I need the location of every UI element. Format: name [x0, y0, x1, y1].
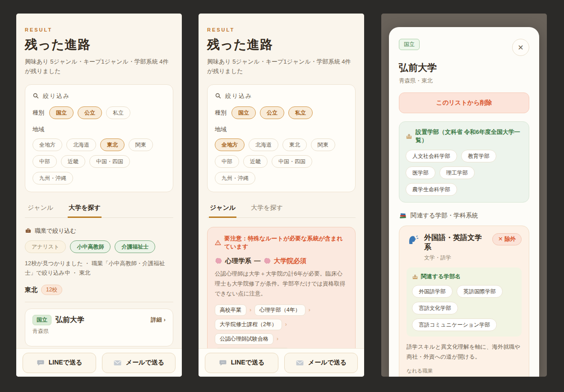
tab-bar: ジャンル 大学を探す: [207, 204, 356, 218]
university-title: 弘前大学: [399, 61, 529, 74]
related-faculty-tag: 言語コミュニケーション学部: [412, 318, 497, 331]
region-filter-label: 地域: [215, 125, 348, 134]
books-icon: [399, 212, 407, 220]
line-share-button[interactable]: LINEで送る: [23, 353, 96, 373]
warning-title: 要注意：特殊なルートが必要な系統が含まれています: [224, 235, 348, 251]
tab-search-universities[interactable]: 大学を探す: [250, 204, 284, 217]
remove-from-list-button[interactable]: このリストから削除: [399, 92, 529, 113]
jobs-label: なれる職業: [407, 368, 522, 374]
results-panel-genre: RESULT 残った進路 興味あり 5ジャンル・キープ1ジャンル・学部系統 4件…: [199, 14, 364, 377]
system-genre: 文学・語学: [424, 254, 487, 262]
region-chip[interactable]: 北海道: [66, 138, 96, 151]
tab-search-universities[interactable]: 大学を探す: [68, 204, 102, 218]
mail-share-label: メールで送る: [308, 359, 347, 367]
related-faculty-tag: 言語文化学部: [412, 302, 458, 314]
region-chip[interactable]: 中部: [32, 155, 57, 168]
region-chip[interactable]: 関東: [129, 138, 153, 151]
system-card-foreign-language: 外国語・英語文学系 文学・語学 ✕ 除外 関連する学部名 外国語学部 英語国際: [399, 226, 529, 377]
region-group-header: 東北: [25, 286, 37, 294]
region-chip[interactable]: 東北: [282, 138, 307, 151]
line-share-label: LINEで送る: [231, 359, 265, 367]
exclude-button[interactable]: ✕ 除外: [492, 233, 522, 245]
page-title: 残った進路: [207, 36, 356, 53]
university-card[interactable]: 国立 弘前大学 詳細 › 青森県: [25, 309, 173, 346]
faculty-tag: 理工学部: [439, 166, 475, 179]
panel-scroll-area[interactable]: RESULT 残った進路 興味あり 5ジャンル・キープ1ジャンル・学部系統 4件…: [16, 14, 182, 377]
envelope-icon: [113, 359, 122, 367]
search-icon: [215, 92, 222, 99]
type-filter-label: 種別: [215, 109, 227, 117]
region-chip[interactable]: 近畿: [61, 155, 85, 168]
faculty-tag: 教育学部: [461, 150, 496, 162]
page-title: 残った進路: [25, 36, 173, 53]
faculty-tag: 医学部: [406, 166, 435, 179]
region-chip[interactable]: 全地方: [32, 138, 62, 151]
speech-balloon-icon: [37, 359, 45, 367]
faculty-tag: 人文社会科学部: [406, 150, 457, 162]
type-chip-private[interactable]: 私立: [106, 106, 130, 119]
region-chip[interactable]: 全地方: [215, 138, 245, 151]
region-chip[interactable]: 東北: [100, 138, 125, 151]
school-icon: [406, 133, 412, 140]
panel-scroll-area[interactable]: RESULT 残った進路 興味あり 5ジャンル・キープ1ジャンル・学部系統 4件…: [199, 14, 364, 377]
type-chip-public[interactable]: 公立: [260, 106, 284, 119]
region-chip[interactable]: 中国・四国: [89, 155, 130, 168]
job-chip-analyst[interactable]: アナリスト: [25, 240, 66, 253]
mail-share-button[interactable]: メールで送る: [102, 353, 176, 373]
modal-scroll-area[interactable]: 国立 ✕ 弘前大学 青森県・東北 このリストから削除 設置学部（文科省 令和6年…: [389, 27, 539, 377]
region-chip[interactable]: 中部: [215, 155, 239, 168]
university-detail-modal: 国立 ✕ 弘前大学 青森県・東北 このリストから削除 設置学部（文科省 令和6年…: [389, 27, 539, 377]
warning-system-name: 心理学系: [225, 257, 251, 265]
search-icon: [32, 92, 39, 99]
related-systems-header: 関連する学部・学科系統: [411, 212, 478, 220]
region-chip[interactable]: 九州・沖縄: [32, 172, 73, 184]
university-prefecture: 青森県: [32, 327, 166, 335]
university-location: 青森県・東北: [399, 77, 529, 85]
chevron-right-icon: ›: [309, 307, 310, 313]
related-faculty-tag: 英語国際学部: [457, 285, 503, 298]
results-panel-search: RESULT 残った進路 興味あり 5ジャンル・キープ1ジャンル・学部系統 4件…: [16, 14, 182, 377]
region-filter-label: 地域: [32, 125, 166, 134]
envelope-icon: [296, 359, 304, 367]
faculty-tag: 農学生命科学部: [406, 183, 457, 196]
result-eyebrow: RESULT: [207, 27, 356, 32]
mail-share-label: メールで送る: [126, 359, 164, 367]
region-chip[interactable]: 九州・沖縄: [215, 172, 255, 184]
chevron-right-icon: ›: [277, 336, 278, 342]
tab-genre[interactable]: ジャンル: [209, 204, 236, 218]
region-count-badge: 12校: [41, 285, 62, 295]
school-icon: [412, 274, 418, 280]
related-faculty-tag: 外国語学部: [412, 285, 453, 298]
filter-title: 絞り込み: [225, 92, 253, 100]
tab-bar: ジャンル 大学を探す: [25, 204, 173, 218]
type-chip-private[interactable]: 私立: [288, 106, 313, 119]
region-chip[interactable]: 近畿: [243, 155, 268, 168]
close-icon: ✕: [518, 43, 523, 52]
filter-card: 絞り込み 種別 国立 公立 私立 地域 全地方 北海道 東北 関東 中部 近畿 …: [207, 84, 356, 192]
speaking-head-icon: [407, 233, 419, 246]
type-chip-national[interactable]: 国立: [49, 106, 74, 119]
warning-requirement: 大学院必須: [274, 257, 307, 265]
search-result-summary: 12校が見つかりました ・ 職業「小中高教師・介護福祉士」で絞り込み中 ・ 東北: [25, 259, 173, 278]
university-detail-backdrop[interactable]: 国立 ✕ 弘前大学 青森県・東北 このリストから削除 設置学部（文科省 令和6年…: [381, 14, 547, 377]
close-button[interactable]: ✕: [512, 39, 529, 56]
job-filter-label: 職業で絞り込む: [35, 227, 76, 235]
tab-genre[interactable]: ジャンル: [27, 204, 54, 217]
detail-link[interactable]: 詳細 ›: [151, 316, 166, 324]
type-chip-national[interactable]: 国立: [231, 106, 256, 119]
type-chip-public[interactable]: 公立: [78, 106, 102, 119]
job-chip-careworker[interactable]: 介護福祉士: [115, 240, 155, 253]
divider: [25, 302, 173, 302]
region-chip[interactable]: 関東: [311, 138, 335, 151]
line-share-label: LINEで送る: [49, 359, 83, 367]
result-eyebrow: RESULT: [25, 27, 173, 32]
region-chip[interactable]: 中国・四国: [272, 155, 312, 168]
related-faculties-box: 関連する学部名 外国語学部 英語国際学部 言語文化学部 言語コミュニケーション学…: [407, 267, 522, 337]
region-chip[interactable]: 北海道: [249, 138, 278, 151]
faculties-card: 設置学部（文科省 令和6年度全国大学一覧） 人文社会科学部 教育学部 医学部 理…: [399, 121, 529, 203]
share-footer: LINEで送る メールで送る: [16, 348, 182, 377]
line-share-button[interactable]: LINEで送る: [205, 353, 278, 373]
mail-share-button[interactable]: メールで送る: [284, 353, 358, 373]
job-chip-teacher[interactable]: 小中高教師: [70, 240, 111, 253]
speech-balloon-icon: [219, 359, 227, 367]
